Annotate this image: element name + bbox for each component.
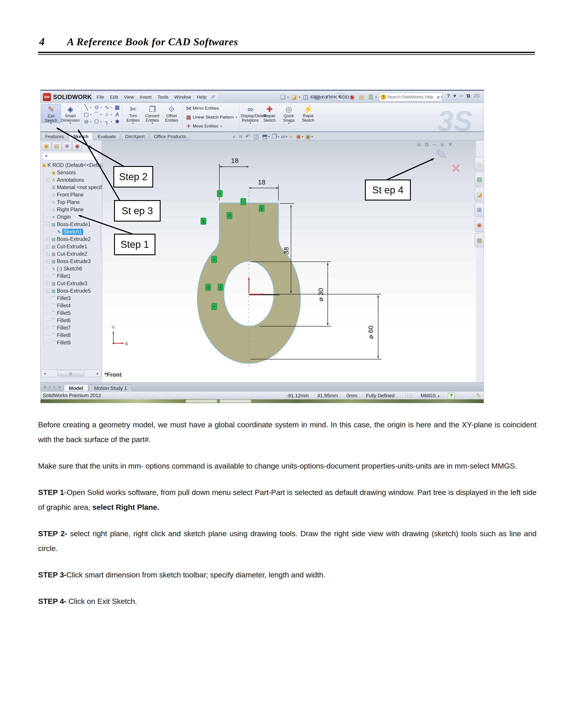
tree-item-boss-extrude5[interactable]: +▧Boss-Extrude5	[41, 287, 102, 295]
tree-item-fillet8[interactable]: ⌒Fillet8	[41, 332, 102, 339]
quick-snaps-button[interactable]: ◎Quick Snaps▾	[279, 104, 298, 123]
menu-insert[interactable]: Insert	[137, 94, 155, 100]
display-style-icon[interactable]: ❒	[272, 133, 277, 140]
tree-item-sketch1[interactable]: ✎Sketch1	[41, 228, 102, 235]
save-icon[interactable]: ◫	[303, 94, 308, 101]
minimize-button[interactable]: ─	[460, 93, 463, 99]
tab-evaluate[interactable]: Evaluate	[93, 133, 120, 140]
prev-frame-button[interactable]: ‹	[49, 384, 51, 389]
design-library-icon[interactable]: ▤	[475, 172, 484, 186]
rapid-sketch-button[interactable]: ⚡Rapid Sketch	[298, 104, 318, 123]
tree-item-origin[interactable]: ⌖Origin	[41, 213, 102, 221]
configuration-manager-tab[interactable]: ⊕	[62, 142, 72, 150]
checklist-icon[interactable]: ☰	[368, 94, 373, 101]
apply-scene-icon[interactable]: ▣	[305, 133, 311, 140]
relation-badge[interactable]: ∕3	[227, 212, 232, 219]
move-entities-button[interactable]: ✛Move Entities▾	[185, 122, 237, 130]
slot-tool-icon[interactable]: ⊖	[82, 119, 90, 125]
view-orientation-icon[interactable]: ⬒	[262, 133, 268, 140]
dropdown-caret-icon[interactable]: ▾	[100, 113, 103, 116]
tree-item-cut-extrude2[interactable]: +▨Cut-Extrude2	[41, 250, 102, 258]
tree-expander-icon[interactable]: −	[46, 223, 50, 226]
tree-expander-icon[interactable]: +	[46, 289, 50, 293]
dropdown-caret-icon[interactable]: ▾	[286, 135, 287, 138]
hide-show-items-icon[interactable]: ∞	[281, 133, 285, 140]
exit-sketch-button[interactable]: ✎Exit Sketch▾	[41, 104, 61, 123]
dropdown-caret-icon[interactable]: ▾	[287, 95, 289, 99]
scrollbar-thumb[interactable]: |||	[57, 370, 84, 376]
tree-expander-icon[interactable]: +	[46, 282, 50, 285]
polygon-tool-icon[interactable]: ⎔	[93, 119, 100, 125]
tab-features[interactable]: Features	[41, 133, 68, 140]
panel-chevron-icon[interactable]: »	[89, 143, 92, 149]
menu-edit[interactable]: Edit	[107, 94, 121, 100]
search-caret-icon[interactable]: ▾	[441, 95, 442, 99]
dim-mid-width[interactable]: 18	[258, 178, 265, 186]
relation-badge[interactable]	[241, 198, 246, 205]
dropdown-caret-icon[interactable]: ▾	[132, 121, 134, 125]
relation-badge[interactable]: ∥	[259, 205, 264, 212]
point-tool-icon[interactable]: ✱	[113, 119, 121, 125]
dropdown-caret-icon[interactable]: ▾	[220, 125, 222, 128]
tree-root[interactable]: ▣K ROD (Default<<Default>_Dis	[41, 162, 102, 169]
dim-outer-diameter[interactable]: ⌀ 60	[367, 326, 374, 339]
dropdown-caret-icon[interactable]: ▾	[111, 106, 113, 109]
child-tile-icon[interactable]: ⧉	[425, 141, 429, 148]
dropdown-caret-icon[interactable]: ▾	[375, 95, 377, 99]
first-frame-button[interactable]: «	[43, 384, 46, 389]
confirmation-cancel-icon[interactable]: ✕	[451, 161, 461, 176]
text-tool-icon[interactable]: A	[113, 111, 121, 118]
search-icon[interactable]: ⌕	[437, 94, 440, 100]
menu-window[interactable]: Window	[171, 94, 194, 100]
tree-item-fillet7[interactable]: ⌒Fillet7	[41, 324, 102, 332]
relation-badge[interactable]: ∥	[218, 284, 223, 291]
dropdown-caret-icon[interactable]: ▾	[288, 121, 290, 125]
relation-badge[interactable]: ×	[211, 256, 217, 263]
menu-help[interactable]: Help	[194, 94, 209, 100]
dropdown-caret-icon[interactable]: ▾	[100, 106, 103, 109]
repair-sketch-button[interactable]: ✚Repair Sketch	[260, 104, 279, 123]
tree-item-boss-extrude3[interactable]: +▧Boss-Extrude3	[41, 258, 102, 265]
tree-expander-icon[interactable]: +	[46, 259, 50, 263]
menu-view[interactable]: View	[121, 94, 137, 100]
tree-item-fillet9[interactable]: ⌒Fillet9	[41, 339, 102, 346]
tab-dimxpert[interactable]: DimXpert	[121, 133, 149, 140]
restore-button[interactable]: ⧉	[467, 93, 470, 99]
zoom-to-area-icon[interactable]: ⌗	[239, 133, 242, 140]
tree-horizontal-scrollbar[interactable]: ◂ ||| ▸	[41, 369, 101, 377]
tree-item-fillet6[interactable]: ⌒Fillet6	[41, 317, 102, 324]
sketch-fillet-tool-icon[interactable]: ╮	[103, 119, 111, 125]
tree-item-top-plane[interactable]: ◇Top Plane	[41, 199, 102, 206]
tree-item-sensors[interactable]: ▣Sensors	[41, 169, 102, 176]
relation-badge[interactable]: =	[217, 190, 222, 197]
tree-item-sketch6[interactable]: ✎(-) Sketch6	[41, 265, 102, 272]
dimxpert-manager-tab[interactable]: ◉	[72, 142, 82, 150]
tree-item-fillet1[interactable]: ⌒Fillet1	[41, 272, 102, 280]
tree-expander-icon[interactable]: +	[46, 178, 50, 182]
child-close-icon[interactable]: ✕	[448, 141, 453, 148]
trim-entities-button[interactable]: ✄Trim Entities▾	[123, 104, 143, 123]
mirror-entities-button[interactable]: ⋈Mirror Entities	[185, 104, 237, 112]
ellipse-tool-icon[interactable]: ○	[103, 111, 111, 118]
relation-badge[interactable]: ×	[211, 303, 217, 310]
circle-tool-icon[interactable]: ⊙	[93, 104, 100, 110]
dropdown-caret-icon[interactable]: ▾	[100, 120, 103, 123]
last-frame-button[interactable]: »	[58, 384, 61, 389]
section-view-icon[interactable]: ◫	[253, 133, 259, 140]
arc-tool-icon[interactable]: ⌒	[93, 111, 100, 118]
tree-item-fillet5[interactable]: ⌒Fillet5	[41, 309, 102, 317]
next-frame-button[interactable]: ›	[54, 384, 55, 389]
open-folder-icon[interactable]: ◪	[291, 94, 297, 101]
dim-height[interactable]: 38	[282, 247, 290, 254]
line-tool-icon[interactable]: ╲	[82, 104, 90, 110]
solidworks-resources-icon[interactable]: ⌂	[475, 157, 484, 171]
view-palette-icon[interactable]: ⊞	[475, 203, 484, 217]
new-document-icon[interactable]: ❏	[280, 94, 285, 101]
dropdown-caret-icon[interactable]: ▾	[299, 95, 300, 99]
tree-item-cut-extrude1[interactable]: +▨Cut-Extrude1	[41, 243, 102, 250]
tree-item-material[interactable]: ☰Material <not specified>	[41, 184, 102, 191]
dropdown-caret-icon[interactable]: ▾	[90, 120, 93, 123]
dropdown-caret-icon[interactable]: ▾	[311, 135, 313, 138]
dropdown-caret-icon[interactable]: ▾	[268, 135, 270, 138]
tree-expander-icon[interactable]: +	[46, 237, 50, 241]
